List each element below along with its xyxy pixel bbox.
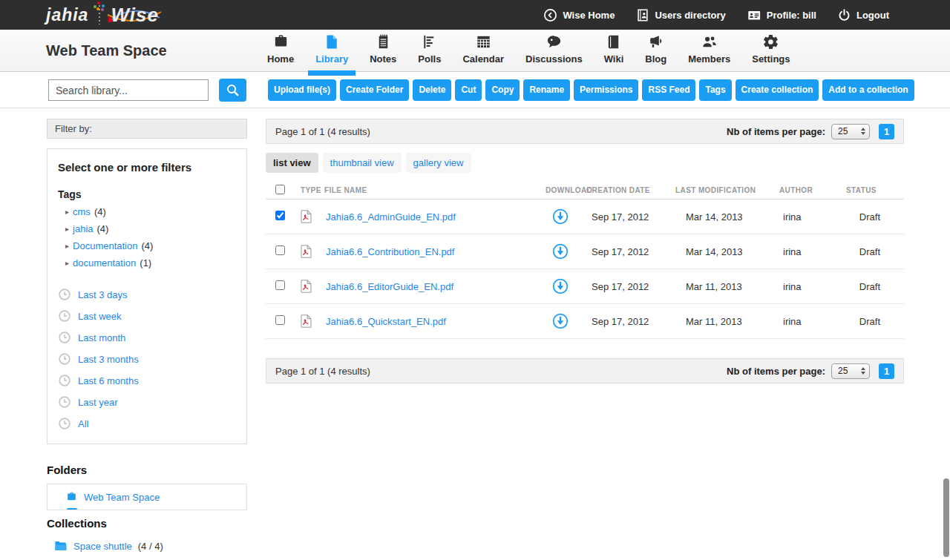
file-name-link[interactable]: Jahia6.6_AdminGuide_EN.pdf — [326, 211, 456, 223]
users-directory-link[interactable]: Users directory — [635, 8, 725, 22]
row-checkbox[interactable] — [275, 315, 285, 325]
app-logo[interactable]: jahia Wise — [46, 0, 159, 30]
time-filter-list: Last 3 days Last week Last month Last 3 … — [58, 288, 236, 430]
tag-link[interactable]: jahia — [73, 223, 93, 234]
col-creation-date: CREATION DATE — [582, 186, 671, 194]
tab-calendar[interactable]: Calendar — [461, 33, 505, 65]
profile-link[interactable]: Profile: bill — [747, 8, 816, 22]
creation-date-cell: Sep 17, 2012 — [582, 316, 671, 327]
tag-filter-documentation-uc: ▸ Documentation (4) — [58, 240, 236, 251]
search-button[interactable] — [219, 79, 246, 102]
tab-members[interactable]: Members — [687, 33, 732, 65]
table-row: Jahia6.6_Contribution_EN.pdf Sep 17, 201… — [266, 234, 904, 269]
row-checkbox[interactable] — [275, 211, 285, 220]
download-button[interactable] — [552, 208, 569, 225]
library-content: Page 1 of 1 (4 results) Nb of items per … — [266, 119, 904, 383]
tab-discussions[interactable]: Discussions — [524, 33, 584, 65]
select-all-checkbox[interactable] — [275, 185, 285, 194]
time-filter-last-3-days[interactable]: Last 3 days — [58, 288, 236, 301]
time-filter-last-week[interactable]: Last week — [58, 309, 236, 323]
logout-link[interactable]: Logout — [837, 8, 889, 22]
row-checkbox[interactable] — [275, 280, 285, 290]
time-filter-last-6-months[interactable]: Last 6 months — [58, 374, 236, 387]
rss-feed-button[interactable]: RSS Feed — [642, 79, 695, 101]
last-modification-cell: Mar 11, 2013 — [671, 281, 772, 292]
tag-filter-documentation-lc: ▸ documentation (1) — [58, 257, 236, 269]
author-cell: irina — [772, 211, 836, 223]
creation-date-cell: Sep 17, 2012 — [582, 246, 671, 257]
clock-icon — [58, 374, 71, 387]
list-view-tab[interactable]: list view — [266, 153, 318, 173]
gallery-view-tab[interactable]: gallery view — [406, 153, 471, 173]
search-input[interactable] — [48, 79, 209, 101]
create-collection-button[interactable]: Create collection — [736, 79, 819, 101]
file-name-link[interactable]: Jahia6.6_Quickstart_EN.pdf — [326, 316, 446, 327]
caret-right-icon: ▸ — [65, 242, 69, 250]
tab-members-label: Members — [688, 53, 730, 65]
table-row: Jahia6.6_EditorGuide_EN.pdf Sep 17, 2012… — [266, 269, 904, 304]
collection-item-space-shuttle[interactable]: Space shuttle (4 / 4) — [47, 540, 247, 552]
calendar-grid-icon — [475, 33, 492, 50]
items-per-page-select[interactable]: 25 — [831, 124, 870, 139]
tag-link[interactable]: Documentation — [73, 240, 137, 251]
tab-home[interactable]: Home — [266, 33, 295, 65]
page-title: Web Team Space — [46, 42, 167, 59]
clock-icon — [58, 395, 71, 409]
select-stepper-icon — [861, 367, 865, 375]
cut-button[interactable]: Cut — [455, 79, 482, 101]
wise-home-link[interactable]: Wise Home — [543, 8, 615, 22]
download-button[interactable] — [552, 313, 569, 329]
upload-files-button[interactable]: Upload file(s) — [268, 79, 336, 101]
time-filter-last-month[interactable]: Last month — [58, 331, 236, 344]
items-per-page-label: Nb of items per page: — [727, 126, 825, 137]
tab-blog[interactable]: Blog — [643, 33, 668, 65]
collection-link: Space shuttle — [73, 541, 132, 552]
jahia-logo-text: jahia — [46, 5, 88, 25]
time-filter-link: Last week — [78, 311, 122, 322]
tab-calendar-label: Calendar — [462, 53, 504, 65]
time-filter-all[interactable]: All — [58, 417, 236, 430]
page-1-button[interactable]: 1 — [879, 363, 894, 379]
time-filter-last-year[interactable]: Last year — [58, 395, 236, 409]
tab-settings[interactable]: Settings — [750, 33, 791, 65]
page-1-button[interactable]: 1 — [879, 124, 894, 139]
vertical-scrollbar-thumb[interactable] — [943, 478, 949, 557]
row-checkbox[interactable] — [275, 246, 285, 255]
logout-label: Logout — [856, 10, 889, 21]
tab-polls[interactable]: Polls — [416, 33, 442, 65]
last-modification-cell: Mar 11, 2013 — [671, 316, 772, 327]
action-toolbar: Upload file(s) Create Folder Delete Cut … — [268, 79, 914, 101]
folder-link: Web Team Space — [84, 492, 160, 503]
status-cell: Draft — [859, 246, 904, 257]
copy-button[interactable]: Copy — [485, 79, 520, 101]
author-cell: irina — [772, 246, 836, 257]
create-folder-button[interactable]: Create Folder — [340, 79, 409, 101]
add-to-collection-button[interactable]: Add to a collection — [822, 79, 914, 101]
rename-button[interactable]: Rename — [523, 79, 570, 101]
tag-link[interactable]: documentation — [73, 257, 136, 269]
document-icon — [324, 33, 341, 50]
file-name-link[interactable]: Jahia6.6_Contribution_EN.pdf — [326, 246, 454, 257]
tag-link[interactable]: cms — [73, 206, 91, 217]
table-row: Jahia6.6_AdminGuide_EN.pdf Sep 17, 2012 … — [266, 200, 904, 234]
tab-notes[interactable]: Notes — [368, 33, 398, 65]
toolbar-row: Upload file(s) Create Folder Delete Cut … — [0, 72, 950, 108]
download-button[interactable] — [552, 243, 569, 260]
tab-wiki[interactable]: Wiki — [603, 33, 626, 65]
delete-button[interactable]: Delete — [413, 79, 451, 101]
clock-icon — [58, 309, 71, 323]
time-filter-link: Last month — [78, 332, 125, 343]
items-per-page-select[interactable]: 25 — [831, 363, 870, 379]
tab-library[interactable]: Library — [314, 33, 350, 65]
time-filter-last-3-months[interactable]: Last 3 months — [58, 352, 236, 366]
col-author: AUTHOR — [772, 186, 836, 194]
permissions-button[interactable]: Permissions — [574, 79, 638, 101]
file-table: TYPE FILE NAME DOWNLOAD CREATION DATE LA… — [266, 182, 904, 339]
tags-button[interactable]: Tags — [699, 79, 731, 101]
folder-item-web-team-space[interactable]: Web Team Space — [65, 491, 246, 503]
file-name-link[interactable]: Jahia6.6_EditorGuide_EN.pdf — [326, 281, 453, 292]
download-icon — [552, 208, 569, 225]
download-button[interactable] — [552, 278, 569, 294]
thumbnail-view-tab[interactable]: thumbnail view — [323, 153, 402, 173]
back-circle-icon — [543, 8, 557, 22]
